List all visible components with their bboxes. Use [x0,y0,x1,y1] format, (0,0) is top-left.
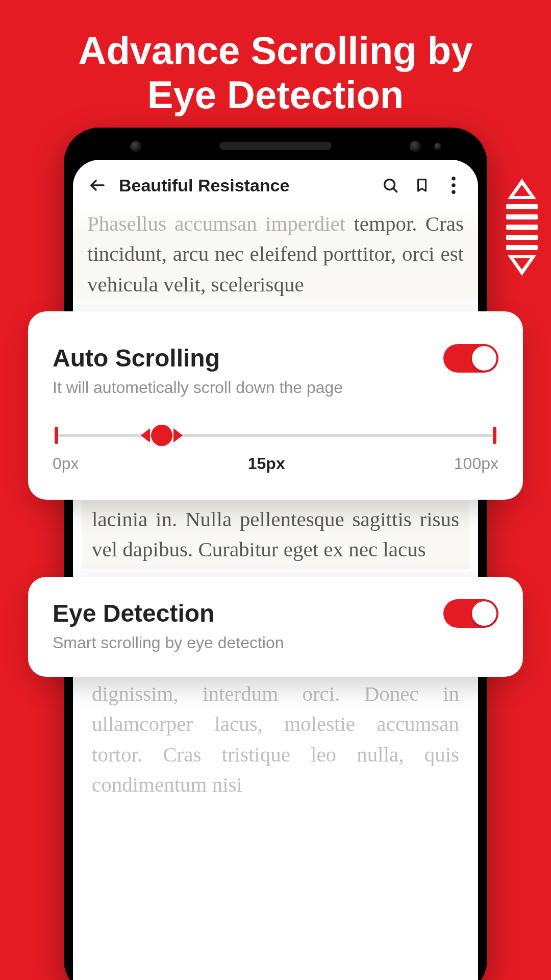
auto-scrolling-card: Auto Scrolling It will autometically scr… [28,311,523,500]
bookmark-button[interactable] [412,175,432,195]
more-menu-button[interactable] [443,175,464,195]
reader-body-bottom: dignissim, interdum orci. Donec in ullam… [82,679,469,800]
slider-max-marker [493,427,496,444]
phone-speaker [219,142,332,150]
phone-sensor [410,141,421,152]
svg-point-3 [452,177,456,181]
app-screen: Beautiful Resistance Phasellus accumsan … [73,160,478,980]
slider-current-label: 15px [248,454,285,473]
slider-decrease-icon [141,428,150,443]
scroll-speed-slider[interactable]: 0px 15px 100px [53,434,498,473]
reader-body-faded-line: Phasellus accumsan imperdiet [87,212,345,235]
reader-body-mid[interactable]: lacinia in. Nulla pellentesque sagittis … [82,500,469,569]
auto-scrolling-toggle[interactable] [443,344,498,373]
back-button[interactable] [87,175,108,195]
auto-scrolling-subtitle: It will autometically scroll down the pa… [53,378,343,397]
scroll-down-icon [508,255,536,276]
slider-min-marker [55,427,58,444]
hero-title-line1: Advance Scrolling by [79,29,473,72]
slider-max-label: 100px [454,454,498,473]
auto-scrolling-title: Auto Scrolling [53,344,343,372]
toggle-knob [472,346,496,371]
search-button[interactable] [380,175,400,195]
svg-line-2 [393,188,397,192]
slider-min-label: 0px [53,454,79,473]
reader-body[interactable]: Phasellus accumsan imperdiet tempor. Cra… [73,207,478,300]
app-toolbar: Beautiful Resistance [73,160,478,207]
scroll-up-icon [508,179,536,199]
hero-title: Advance Scrolling by Eye Detection [0,0,551,138]
eye-detection-card: Eye Detection Smart scrolling by eye det… [28,577,523,677]
phone-sensor [434,143,441,150]
eye-detection-subtitle: Smart scrolling by eye detection [53,633,284,652]
toggle-knob [472,601,496,626]
slider-thumb[interactable] [141,425,183,446]
slider-increase-icon [173,428,183,443]
svg-point-4 [452,183,456,187]
scroll-indicator-decor [506,179,538,276]
document-title: Beautiful Resistance [119,176,369,195]
phone-sensor [130,141,141,152]
eye-detection-toggle[interactable] [443,599,498,628]
svg-point-5 [452,190,456,194]
slider-handle [151,425,172,446]
hero-title-line2: Eye Detection [147,73,404,116]
eye-detection-title: Eye Detection [53,599,284,627]
